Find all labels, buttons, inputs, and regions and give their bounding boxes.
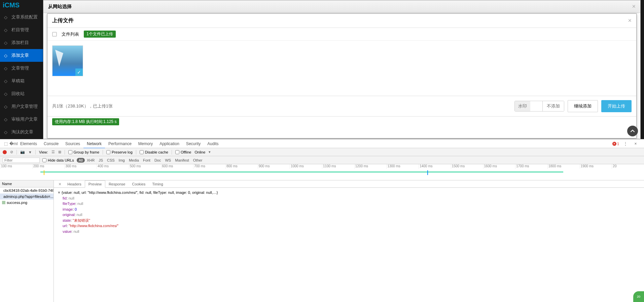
watermark-label: 水印 <box>515 101 530 111</box>
filter-type-img[interactable]: Img <box>117 158 127 163</box>
hide-data-urls-checkbox[interactable]: Hide data URLs <box>42 158 74 162</box>
devtools-tab-application[interactable]: Application <box>156 140 183 148</box>
filter-type-css[interactable]: CSS <box>105 158 117 163</box>
request-name: admincp.php?app=files&do=... <box>3 195 53 199</box>
start-upload-button[interactable]: 开始上传 <box>601 100 632 112</box>
file-list-label: 文件列表 <box>62 31 79 37</box>
offline-checkbox[interactable]: Offline <box>175 150 191 154</box>
camera-icon[interactable]: 📷 <box>20 150 25 154</box>
filter-type-doc[interactable]: Doc <box>152 158 163 163</box>
sidebar-item-3[interactable]: ◇添加文章 <box>0 49 43 62</box>
sidebar-item-4[interactable]: ◇文章管理 <box>0 62 43 75</box>
filter-type-media[interactable]: Media <box>127 158 141 163</box>
filter-type-manifest[interactable]: Manifest <box>173 158 191 163</box>
sidebar-item-label: 栏目管理 <box>11 27 29 33</box>
detail-tab-timing[interactable]: Timing <box>149 181 167 187</box>
filter-type-font[interactable]: Font <box>141 158 152 163</box>
filter-type-all[interactable]: All <box>77 158 85 163</box>
timeline-tick: 1400 ms <box>419 164 451 169</box>
devtools-tab-network[interactable]: Network <box>83 140 105 148</box>
detail-tab-response[interactable]: Response <box>105 181 129 187</box>
json-property: fileType: null <box>63 201 641 207</box>
detail-tab-headers[interactable]: Headers <box>64 181 85 187</box>
check-icon: ◇ <box>4 130 9 134</box>
inspect-icon[interactable]: ⬚ <box>2 141 9 146</box>
filter-input[interactable] <box>3 158 40 163</box>
view-small-icon[interactable]: ⊞ <box>58 150 61 154</box>
more-icon[interactable]: ⋮ <box>622 141 629 146</box>
preserve-log-checkbox[interactable]: Preserve log <box>106 150 133 154</box>
network-timeline[interactable]: 100 ms200 ms300 ms400 ms500 ms600 ms700 … <box>0 164 644 180</box>
devtools-tab-security[interactable]: Security <box>183 140 204 148</box>
request-list-header[interactable]: Name <box>0 180 53 187</box>
request-item[interactable]: admincp.php?app=files&do=... <box>0 193 53 200</box>
sidebar-item-2[interactable]: ◇添加栏目 <box>0 36 43 49</box>
close-icon[interactable]: × <box>632 3 636 10</box>
view-large-icon[interactable]: ☰ <box>51 150 55 154</box>
thumbnail-area: ✓ <box>47 41 636 88</box>
sidebar-item-label: 淘汰的文章 <box>11 129 33 135</box>
error-count[interactable]: ✕1 <box>612 142 619 146</box>
record-icon[interactable] <box>3 150 7 154</box>
upload-summary: 共1张（238.10K），已上传1张 <box>52 103 113 109</box>
close-detail-icon[interactable]: × <box>56 181 64 187</box>
json-property: fid: null <box>63 196 641 201</box>
devtools-tab-memory[interactable]: Memory <box>135 140 156 148</box>
online-select[interactable]: Online <box>194 150 205 154</box>
sidebar-item-0[interactable]: ◇文章系统配置 <box>0 11 43 24</box>
dropdown-icon[interactable]: ▾ <box>209 150 211 154</box>
sidebar-item-7[interactable]: ◇用户文章管理 <box>0 100 43 113</box>
timeline-tick: 1000 ms <box>290 164 322 169</box>
filter-type-ws[interactable]: WS <box>163 158 173 163</box>
file-list-bar: 文件列表 1个文件已上传 <box>47 28 636 41</box>
upload-bottom-bar: 共1张（238.10K），已上传1张 水印 不添加 继续添加 开始上传 <box>47 96 636 117</box>
corner-badge[interactable]: 20 <box>633 291 644 302</box>
select-all-checkbox[interactable] <box>52 32 57 37</box>
gear-icon: ◇ <box>4 15 9 19</box>
devtools-tab-performance[interactable]: Performance <box>105 140 135 148</box>
detail-tab-preview[interactable]: Preview <box>85 180 105 188</box>
request-item[interactable]: success.png <box>0 200 53 206</box>
request-name: cbc63418-02ab-4afe-91b0-748... <box>3 188 53 192</box>
sidebar-item-5[interactable]: ◇草稿箱 <box>0 75 43 87</box>
timeline-tick: 100 ms <box>0 164 32 169</box>
timeline-tick: 1600 ms <box>483 164 515 169</box>
timeline-tick: 1900 ms <box>580 164 612 169</box>
timeline-tick: 800 ms <box>225 164 258 169</box>
sidebar-item-6[interactable]: ◇回收站 <box>0 87 43 100</box>
sidebar-item-label: 回收站 <box>11 91 25 97</box>
clear-icon[interactable]: ⊘ <box>10 150 13 154</box>
scroll-top-button[interactable] <box>627 126 638 136</box>
sidebar-item-9[interactable]: ◇淘汰的文章 <box>0 126 43 138</box>
devtools-panel: ⬚ �ml ElementsConsoleSourcesNetworkPerfo… <box>0 139 644 302</box>
sidebar-item-1[interactable]: ◇栏目管理 <box>0 24 43 36</box>
close-icon[interactable]: × <box>628 17 632 24</box>
sidebar-item-label: 用户文章管理 <box>11 103 38 110</box>
group-by-frame-checkbox[interactable]: Group by frame <box>68 150 99 154</box>
timeline-tick: 400 ms <box>97 164 129 169</box>
device-icon[interactable]: �ml <box>9 141 17 146</box>
detail-tab-cookies[interactable]: Cookies <box>129 181 149 187</box>
list-icon: ◇ <box>4 28 9 32</box>
filter-type-js[interactable]: JS <box>97 158 105 163</box>
watermark-select[interactable]: 水印 不添加 <box>514 101 564 112</box>
devtools-tab-sources[interactable]: Sources <box>62 140 83 148</box>
filter-icon[interactable]: ▼ <box>28 150 32 154</box>
devtools-tab-elements[interactable]: Elements <box>17 140 40 148</box>
json-property: url: "http://www.fkdchina.com/res/" <box>63 223 641 229</box>
filter-type-xhr[interactable]: XHR <box>85 158 97 163</box>
preview-body[interactable]: ▼{value: null, url: "http://www.fkdchina… <box>54 188 644 236</box>
devtools-tab-audits[interactable]: Audits <box>204 140 222 148</box>
file-thumbnail[interactable]: ✓ <box>52 45 83 76</box>
devtools-tab-console[interactable]: Console <box>40 140 62 148</box>
watermark-no-add[interactable]: 不添加 <box>542 101 564 111</box>
close-devtools-icon[interactable]: × <box>632 141 639 146</box>
chevron-up-icon <box>630 129 635 133</box>
request-item[interactable]: cbc63418-02ab-4afe-91b0-748... <box>0 187 53 193</box>
filter-type-other[interactable]: Other <box>191 158 205 163</box>
disable-cache-checkbox[interactable]: Disable cache <box>140 150 168 154</box>
json-property: value: null <box>63 229 641 234</box>
continue-add-button[interactable]: 继续添加 <box>568 100 598 112</box>
timeline-tick: 1300 ms <box>386 164 419 169</box>
sidebar-item-8[interactable]: ◇审核用户文章 <box>0 113 43 126</box>
